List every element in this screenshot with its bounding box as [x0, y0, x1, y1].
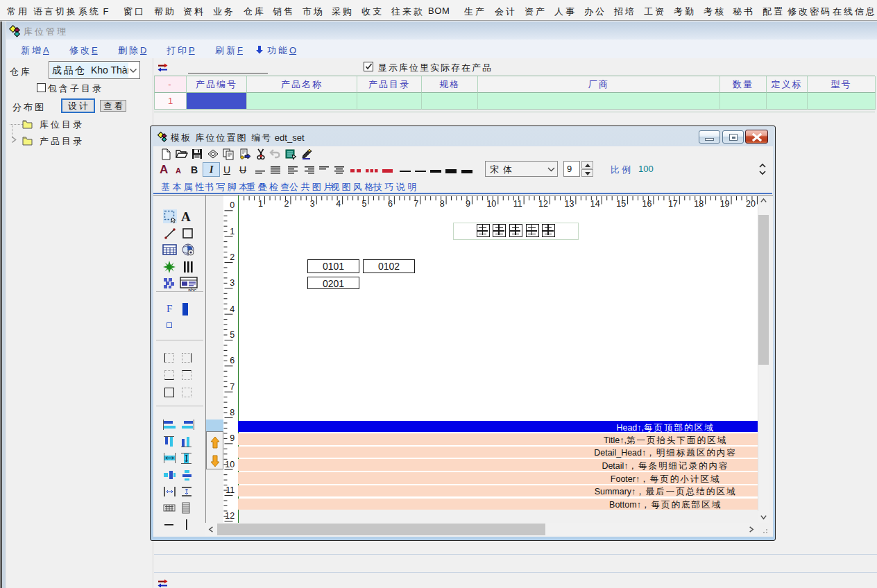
svg-text:13: 13 — [564, 199, 574, 209]
svg-text:0: 0 — [230, 200, 235, 210]
svg-text:7: 7 — [230, 382, 235, 392]
svg-text:17: 17 — [668, 199, 678, 209]
svg-text:2: 2 — [284, 199, 289, 209]
svg-text:5: 5 — [230, 330, 235, 340]
svg-text:12: 12 — [225, 511, 235, 521]
svg-text:19: 19 — [720, 199, 730, 209]
svg-text:10: 10 — [225, 460, 235, 469]
svg-text:20: 20 — [746, 199, 756, 209]
svg-text:6: 6 — [230, 356, 235, 365]
svg-text:5: 5 — [362, 199, 367, 209]
svg-text:8: 8 — [230, 408, 235, 417]
svg-text:18: 18 — [694, 199, 704, 209]
svg-text:6: 6 — [388, 199, 393, 209]
svg-text:1: 1 — [258, 199, 263, 209]
svg-text:10: 10 — [486, 199, 496, 209]
svg-text:15: 15 — [616, 199, 626, 209]
svg-text:4: 4 — [230, 304, 235, 314]
svg-text:9: 9 — [230, 433, 235, 443]
svg-text:1: 1 — [230, 227, 235, 236]
svg-text:9: 9 — [466, 199, 470, 209]
svg-text:3: 3 — [310, 199, 315, 209]
svg-text:3: 3 — [230, 278, 235, 288]
svg-text:12: 12 — [538, 199, 548, 209]
svg-text:7: 7 — [414, 199, 418, 209]
svg-text:11: 11 — [225, 485, 235, 495]
svg-text:14: 14 — [590, 199, 600, 209]
svg-text:16: 16 — [642, 199, 652, 209]
svg-text:11: 11 — [513, 199, 522, 209]
svg-text:2: 2 — [230, 252, 235, 262]
svg-text:8: 8 — [440, 199, 445, 209]
svg-text:4: 4 — [336, 199, 341, 209]
